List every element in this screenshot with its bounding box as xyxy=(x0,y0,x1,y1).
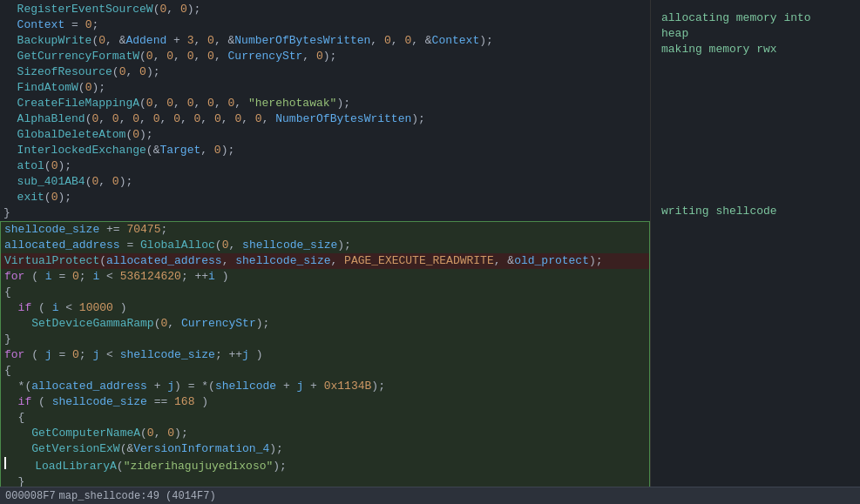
code-line-5: SizeofResource(0, 0); xyxy=(0,64,650,80)
code-line-25: *(allocated_address + j) = *(shellcode +… xyxy=(0,379,650,394)
code-line-22: } xyxy=(0,332,650,347)
status-bar: 000008F7 map_shellcode:49 (4014F7) xyxy=(0,487,860,504)
code-line-20: if ( i < 10000 ) xyxy=(0,300,650,316)
code-line-2: Context = 0; xyxy=(0,17,650,33)
code-line-24: { xyxy=(0,363,650,379)
cursor xyxy=(4,457,6,469)
code-line-28: GetComputerNameA(0, 0); xyxy=(0,426,650,441)
code-line-11: atol(0); xyxy=(0,158,650,174)
code-line-26: if ( shellcode_size == 168 ) xyxy=(0,394,650,410)
code-line-12: sub_401AB4(0, 0); xyxy=(0,174,650,190)
code-line-9: GlobalDeleteAtom(0); xyxy=(0,127,650,143)
code-panel: RegisterEventSourceW(0, 0); Context = 0;… xyxy=(0,0,651,487)
code-line-18: for ( i = 0; i < 536124620; ++i ) xyxy=(0,269,650,285)
main-content: RegisterEventSourceW(0, 0); Context = 0;… xyxy=(0,0,860,487)
status-address: 000008F7 xyxy=(5,490,56,502)
fn-name: RegisterEventSourceW xyxy=(3,2,153,17)
code-line-21: SetDeviceGammaRamp(0, CurrencyStr); xyxy=(0,316,650,332)
annotation-panel: allocating memory into heap making memor… xyxy=(651,0,860,487)
code-line-29: GetVersionExW(&VersionInformation_4); xyxy=(0,441,650,457)
annotation-text-2: writing shellcode xyxy=(661,204,850,219)
code-line-16: allocated_address = GlobalAlloc(0, shell… xyxy=(0,238,650,253)
code-line-13: exit(0); xyxy=(0,190,650,205)
code-line-7: CreateFileMappingA(0, 0, 0, 0, 0, "hereh… xyxy=(0,96,650,111)
status-label: map_shellcode:49 (4014F7) xyxy=(59,490,216,502)
code-line-17: VirtualProtect(allocated_address, shellc… xyxy=(0,253,650,269)
code-line-10: InterlockedExchange(&Target, 0); xyxy=(0,143,650,158)
code-area: RegisterEventSourceW(0, 0); Context = 0;… xyxy=(0,0,650,487)
code-line-14: } xyxy=(0,205,650,221)
annotation-block-2: writing shellcode xyxy=(661,204,850,219)
code-line-6: FindAtomW(0); xyxy=(0,80,650,96)
code-line-27: { xyxy=(0,410,650,426)
code-line-31: } xyxy=(0,474,650,487)
code-line-8: AlphaBlend(0, 0, 0, 0, 0, 0, 0, 0, 0, Nu… xyxy=(0,111,650,127)
code-line-19: { xyxy=(0,285,650,300)
annotation-text-1: allocating memory into heap making memor… xyxy=(661,10,850,57)
code-line-23: for ( j = 0; j < shellcode_size; ++j ) xyxy=(0,347,650,363)
annotation-block-1: allocating memory into heap making memor… xyxy=(661,10,850,57)
code-line-30: LoadLibraryA("ziderihagujuyedixoso"); xyxy=(0,457,650,474)
code-line-1: RegisterEventSourceW(0, 0); xyxy=(0,2,650,17)
code-line-3: BackupWrite(0, &Addend + 3, 0, &NumberOf… xyxy=(0,33,650,49)
code-line-4: GetCurrencyFormatW(0, 0, 0, 0, CurrencyS… xyxy=(0,49,650,64)
code-line-15: shellcode_size += 70475; xyxy=(0,221,650,238)
